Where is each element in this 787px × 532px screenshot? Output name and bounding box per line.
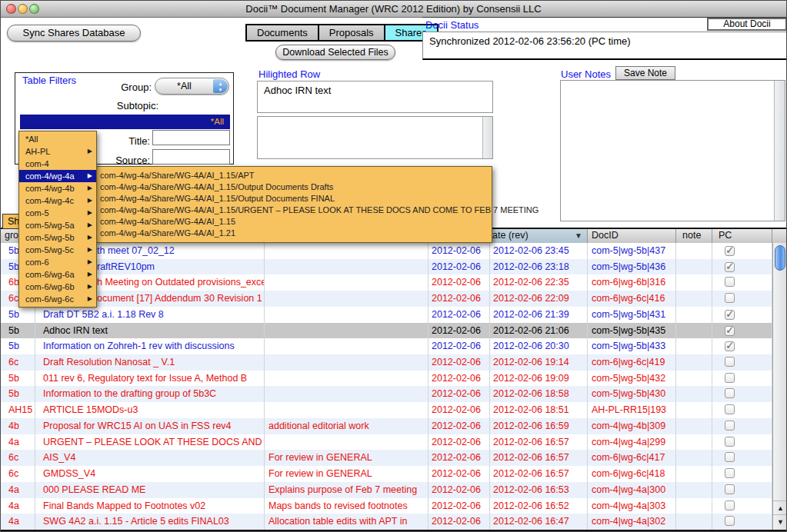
cell-pc[interactable] <box>712 402 772 418</box>
cell-pc[interactable]: ✓ <box>712 243 772 259</box>
cell-pc[interactable] <box>712 514 772 530</box>
pc-checkbox[interactable] <box>725 357 735 367</box>
pc-checkbox[interactable] <box>725 484 735 494</box>
zoom-button[interactable] <box>29 4 39 14</box>
title-bar[interactable]: Docii™ Document Manager (WRC 2012 Editio… <box>1 1 786 18</box>
table-row[interactable]: 5bInformation on Zohreh-1 rev with discu… <box>1 338 787 354</box>
sync-shares-database-button[interactable]: Sync Shares Database <box>7 25 141 42</box>
pc-checkbox[interactable] <box>725 293 735 303</box>
menu-item[interactable]: com-4 <box>19 158 96 170</box>
table-row[interactable]: 4aSWG 4A2 a.i. 1.15 - Article 5 edits FI… <box>1 514 787 530</box>
menu-item[interactable]: com-4/wg-4a▶ <box>19 170 96 182</box>
box-scrollbar[interactable] <box>482 117 492 158</box>
pc-checkbox[interactable] <box>725 500 735 510</box>
submenu-item[interactable]: com-4/wg-4a/Share/WG-4A/AI_1.15 <box>94 216 492 228</box>
table-row[interactable]: 5b011 rev 6, Regulatory text for Issue A… <box>1 371 787 387</box>
table-row[interactable]: 5bInformation to the drafting group of 5… <box>1 386 787 402</box>
table-row[interactable]: 6cDraft Resolution Nanosat _ V.12012-02-… <box>1 354 787 371</box>
table-row[interactable]: 4aFinal Bands Mapped to Footnotes v02Map… <box>1 498 787 514</box>
cell-pc[interactable] <box>712 498 772 514</box>
hilighted-row-notes-box[interactable] <box>257 116 493 159</box>
submenu-item[interactable]: com-4/wg-4a/Share/WG-4A/AI_1.21 <box>94 228 492 239</box>
table-row[interactable]: 5bDraft DT 5B2 a.i. 1.18 Rev 82012-02-06… <box>1 307 787 323</box>
cell-pc[interactable] <box>712 482 772 498</box>
cell-pc[interactable] <box>712 386 772 402</box>
pc-checkbox[interactable] <box>725 277 735 287</box>
menu-item[interactable]: com-6/wg-6b▶ <box>19 281 96 293</box>
cell-pc[interactable] <box>712 354 772 371</box>
table-row[interactable]: 5bAdhoc IRN text2012-02-062012-02-06 21:… <box>1 323 787 339</box>
cell-pc[interactable] <box>712 291 772 307</box>
header-docid[interactable]: DocID <box>588 229 676 243</box>
cell-pc[interactable] <box>712 450 772 466</box>
menu-item[interactable]: com-4/wg-4c▶ <box>19 195 96 207</box>
menu-item[interactable]: com-5▶ <box>19 207 96 219</box>
submenu-item[interactable]: com-4/wg-4a/Share/WG-4A/AI_1.15/APT <box>94 170 492 181</box>
pc-checkbox[interactable] <box>725 452 735 462</box>
table-row[interactable]: 4aURGENT – PLEASE LOOK AT THESE DOCS AND… <box>1 434 787 451</box>
menu-item[interactable]: com-6/wg-6a▶ <box>19 268 96 281</box>
menu-item[interactable]: com-5/wg-5a▶ <box>19 219 96 231</box>
subtopic-dropdown-bar[interactable]: *All <box>20 115 230 129</box>
pc-checkbox-checked[interactable]: ✓ <box>725 326 735 336</box>
menu-item[interactable]: com-4/wg-4b▶ <box>19 182 96 195</box>
pc-checkbox[interactable] <box>725 373 735 383</box>
cell-pc[interactable] <box>712 466 772 482</box>
table-row[interactable]: 5braftREV10pm2012-02-062012-02-06 23:18c… <box>1 259 787 275</box>
pc-checkbox[interactable] <box>725 468 735 478</box>
pc-checkbox[interactable] <box>725 421 735 431</box>
download-selected-files-button[interactable]: Download Selected Files <box>275 45 395 60</box>
tab-documents[interactable]: Documents <box>247 25 319 40</box>
table-row[interactable]: 6bh Meeting on Outdated provisions_excep… <box>1 274 787 291</box>
table-row[interactable]: 5bth meet 07_02_122012-02-062012-02-06 2… <box>1 243 787 259</box>
cell-pc[interactable]: ✓ <box>712 259 772 275</box>
menu-item[interactable]: com-6▶ <box>19 256 96 268</box>
submenu-item[interactable]: com-4/wg-4a/Share/WG-4A/AI_1.15/Output D… <box>94 181 492 193</box>
pc-checkbox[interactable] <box>725 516 735 526</box>
menu-item[interactable]: *All <box>19 133 96 145</box>
table-row[interactable]: 6cocument [17] Addendum 30 Revision 1 Ad… <box>1 291 787 307</box>
pc-checkbox-checked[interactable]: ✓ <box>725 310 735 320</box>
table-row[interactable]: 6cAIS_V4For review in GENERAL2012-02-062… <box>1 450 787 466</box>
header-date-rev[interactable]: ▼ Date (rev) <box>490 229 588 243</box>
scrollbar-thumb[interactable] <box>775 245 785 271</box>
table-row[interactable]: 4a000 PLEASE READ MEExplains purpose of … <box>1 482 787 498</box>
group-dropdown[interactable]: *All ▲▼ <box>155 78 229 95</box>
pc-checkbox[interactable] <box>725 404 735 414</box>
save-note-button[interactable]: Save Note <box>615 66 675 80</box>
cell-pc[interactable] <box>712 274 772 291</box>
title-filter-input[interactable] <box>152 130 230 145</box>
menu-item[interactable]: com-6/wg-6c▶ <box>19 293 96 305</box>
cell-pc[interactable] <box>712 434 772 451</box>
pc-checkbox-checked[interactable]: ✓ <box>725 341 735 351</box>
submenu-item[interactable]: com-4/wg-4a/Share/WG-4A/AI_1.15/Output D… <box>94 193 492 204</box>
pc-checkbox-checked[interactable]: ✓ <box>725 262 735 272</box>
cell-pc[interactable]: ✓ <box>712 307 772 323</box>
header-pc[interactable]: PC <box>712 229 772 243</box>
table-row[interactable]: AH15ARTICLE 15MODs-u32012-02-062012-02-0… <box>1 402 787 418</box>
cell-pc[interactable]: ✓ <box>712 323 772 339</box>
pc-checkbox[interactable] <box>725 388 735 398</box>
submenu-item[interactable]: com-4/wg-4a/Share/WG-4A/AI_1.15/URGENT –… <box>94 204 492 216</box>
menu-item[interactable]: AH-PL▶ <box>19 145 96 158</box>
pc-checkbox-checked[interactable]: ✓ <box>725 246 735 256</box>
notes-scrollbar[interactable] <box>774 81 785 221</box>
source-filter-input[interactable] <box>152 149 230 165</box>
cell-pc[interactable] <box>712 418 772 434</box>
user-notes-box[interactable] <box>560 80 785 221</box>
scroll-down-icon[interactable]: ▼ <box>773 514 787 528</box>
close-button[interactable] <box>6 4 16 14</box>
table-row[interactable]: 6cGMDSS_V4For review in GENERAL2012-02-0… <box>1 466 787 482</box>
menu-item[interactable]: com-5/wg-5c▶ <box>19 244 96 256</box>
pc-checkbox[interactable] <box>725 437 735 447</box>
tab-proposals[interactable]: Proposals <box>319 25 385 40</box>
header-note[interactable]: note <box>676 229 712 243</box>
scroll-up-icon[interactable]: ▲ <box>773 500 787 514</box>
cell-pc[interactable]: ✓ <box>712 338 772 354</box>
table-scrollbar[interactable]: ▲ ▼ <box>772 243 787 530</box>
menu-item[interactable]: com-5/wg-5b▶ <box>19 231 96 244</box>
minimize-button[interactable] <box>18 4 28 14</box>
cell-pc[interactable] <box>712 371 772 387</box>
table-row[interactable]: 4bProposal for WRC15 AI on UAS in FSS re… <box>1 418 787 434</box>
about-docii-button[interactable]: About Docii <box>707 18 787 31</box>
